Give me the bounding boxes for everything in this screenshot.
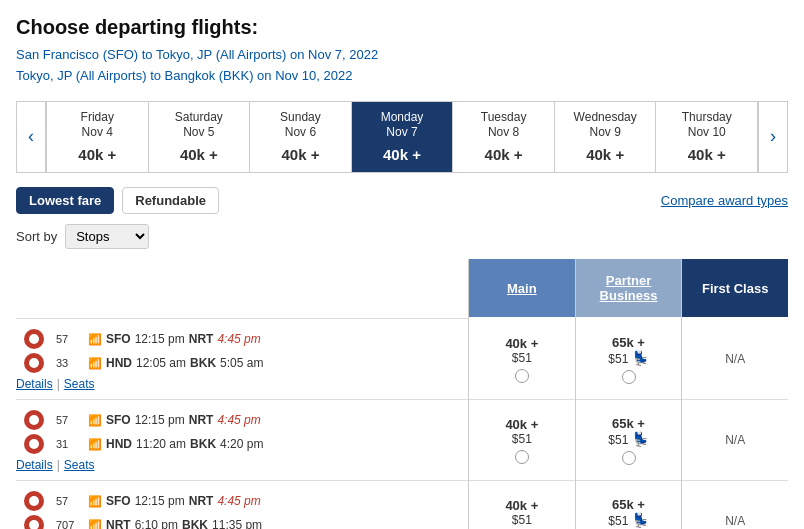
- date-cell-0[interactable]: Friday Nov 4 40k +: [46, 102, 148, 173]
- compare-award-types-link[interactable]: Compare award types: [661, 193, 788, 208]
- wifi-icon: 📶: [88, 438, 102, 451]
- lowest-fare-button[interactable]: Lowest fare: [16, 187, 114, 214]
- main-points: 40k +: [505, 336, 538, 351]
- main-cash: $51: [512, 351, 532, 365]
- flight-row-0-0: 57 📶 SFO 12:15 pm NRT 4:45 pm: [16, 327, 468, 351]
- date-price: 40k +: [660, 145, 753, 165]
- departure-airport: NRT: [106, 518, 131, 529]
- date-cell-2[interactable]: Sunday Nov 6 40k +: [249, 102, 351, 173]
- dates-wrapper: Friday Nov 4 40k + Saturday Nov 5 40k + …: [46, 101, 758, 174]
- first-class-column: First Class N/AN/AN/A: [681, 259, 788, 529]
- departure-airport: HND: [106, 356, 132, 370]
- first-na: N/A: [725, 433, 745, 447]
- seats-link[interactable]: Seats: [64, 377, 95, 391]
- details-link[interactable]: Details: [16, 458, 53, 472]
- first-class-award-header: First Class: [682, 259, 788, 319]
- first-price-group-1: N/A: [682, 400, 788, 481]
- flight-group-2: 57 📶 SFO 12:15 pm NRT 4:45 pm 707 📶 NRT …: [16, 481, 468, 529]
- partner-price-group-0: 65k + $51 💺: [576, 319, 682, 400]
- partner-price-cell-1: 65k + $51 💺: [576, 400, 682, 480]
- wifi-icon: 📶: [88, 333, 102, 346]
- flight-row-2-0: 57 📶 SFO 12:15 pm NRT 4:45 pm: [16, 489, 468, 513]
- date-price: 40k +: [559, 145, 652, 165]
- main-points: 40k +: [505, 417, 538, 432]
- date-str: Nov 6: [254, 125, 347, 141]
- departure-airport: SFO: [106, 494, 131, 508]
- partner-award-header: Partner Business: [576, 259, 682, 319]
- flight-row-1-1: 31 📶 HND 11:20 am BKK 4:20 pm: [16, 432, 468, 456]
- airline-circle-inner: [29, 439, 39, 449]
- arrival-airport: BKK: [190, 437, 216, 451]
- main-award-header: Main: [469, 259, 575, 319]
- main-cash: $51: [512, 432, 532, 446]
- arrival-time: 4:45 pm: [217, 332, 260, 346]
- seats-link[interactable]: Seats: [64, 458, 95, 472]
- airline-logo: [16, 353, 52, 373]
- airline-logo: [16, 515, 52, 529]
- main-radio[interactable]: [515, 369, 529, 383]
- day-name: Wednesday: [559, 110, 652, 126]
- main-award-column: Main 40k + $51 40k + $51 40k + $51: [468, 259, 575, 529]
- flight-number: 707: [56, 519, 84, 529]
- departure-time: 11:20 am: [136, 437, 186, 451]
- route-2: Tokyo, JP (All Airports) to Bangkok (BKK…: [16, 66, 788, 87]
- prev-date-arrow[interactable]: ‹: [16, 101, 46, 174]
- departure-time: 12:15 pm: [135, 332, 185, 346]
- day-name: Tuesday: [457, 110, 550, 126]
- first-price-group-2: N/A: [682, 481, 788, 529]
- main-prices: 40k + $51 40k + $51 40k + $51: [469, 319, 575, 529]
- date-cell-5[interactable]: Wednesday Nov 9 40k +: [554, 102, 656, 173]
- refundable-button[interactable]: Refundable: [122, 187, 219, 214]
- date-cell-3[interactable]: Monday Nov 7 40k +: [351, 102, 453, 173]
- date-str: Nov 9: [559, 125, 652, 141]
- pipe-separator: |: [57, 377, 60, 391]
- departure-airport: SFO: [106, 413, 131, 427]
- airline-circle: [24, 410, 44, 430]
- wifi-icon: 📶: [88, 357, 102, 370]
- partner-cash: $51 💺: [608, 512, 648, 528]
- date-str: Nov 4: [51, 125, 144, 141]
- arrival-airport: BKK: [190, 356, 216, 370]
- main-price-group-1: 40k + $51: [469, 400, 575, 481]
- date-cell-1[interactable]: Saturday Nov 5 40k +: [148, 102, 250, 173]
- sort-select[interactable]: StopsPriceDuration: [65, 224, 149, 249]
- arrival-time: 4:20 pm: [220, 437, 263, 451]
- main-points: 40k +: [505, 498, 538, 513]
- first-price-cell-1: N/A: [682, 400, 788, 480]
- filter-bar: Lowest fare Refundable Compare award typ…: [16, 187, 788, 214]
- partner-price-cell-0: 65k + $51 💺: [576, 319, 682, 399]
- flight-number: 33: [56, 357, 84, 369]
- date-cell-6[interactable]: Thursday Nov 10 40k +: [655, 102, 758, 173]
- departure-time: 12:15 pm: [135, 494, 185, 508]
- day-name: Thursday: [660, 110, 753, 126]
- first-na: N/A: [725, 352, 745, 366]
- date-navigation: ‹ Friday Nov 4 40k + Saturday Nov 5 40k …: [16, 101, 788, 174]
- arrival-time: 5:05 am: [220, 356, 263, 370]
- date-str: Nov 10: [660, 125, 753, 141]
- flight-number: 57: [56, 414, 84, 426]
- day-name: Monday: [356, 110, 449, 126]
- date-str: Nov 7: [356, 125, 449, 141]
- arrival-airport: BKK: [182, 518, 208, 529]
- details-link[interactable]: Details: [16, 377, 53, 391]
- date-cell-4[interactable]: Tuesday Nov 8 40k +: [452, 102, 554, 173]
- flight-row-0-1: 33 📶 HND 12:05 am BKK 5:05 am: [16, 351, 468, 375]
- airline-circle-inner: [29, 520, 39, 529]
- wifi-icon: 📶: [88, 519, 102, 529]
- next-date-arrow[interactable]: ›: [758, 101, 788, 174]
- main-radio[interactable]: [515, 450, 529, 464]
- airline-circle: [24, 353, 44, 373]
- partner-radio[interactable]: [622, 451, 636, 465]
- day-name: Sunday: [254, 110, 347, 126]
- airline-logo: [16, 410, 52, 430]
- arrival-time: 11:35 pm: [212, 518, 262, 529]
- page-title: Choose departing flights:: [16, 16, 788, 39]
- first-price-group-0: N/A: [682, 319, 788, 400]
- seat-icon: 💺: [632, 431, 649, 447]
- date-price: 40k +: [457, 145, 550, 165]
- departure-time: 6:10 pm: [135, 518, 178, 529]
- flights-column: 57 📶 SFO 12:15 pm NRT 4:45 pm 33 📶 HND 1…: [16, 259, 468, 529]
- partner-radio[interactable]: [622, 370, 636, 384]
- first-price-cell-0: N/A: [682, 319, 788, 399]
- pipe-separator: |: [57, 458, 60, 472]
